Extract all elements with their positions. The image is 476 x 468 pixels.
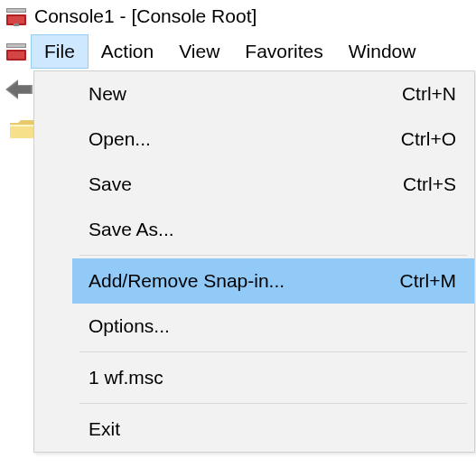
menu-saveas[interactable]: Save As... [72, 207, 474, 252]
menu-exit-label: Exit [89, 418, 120, 440]
folder-icon[interactable] [9, 119, 34, 139]
menu-action[interactable]: Action [89, 35, 166, 68]
menu-separator [79, 255, 467, 256]
menu-new-shortcut: Ctrl+N [402, 83, 456, 105]
menu-save-label: Save [89, 173, 132, 195]
svg-rect-3 [8, 16, 24, 23]
svg-marker-10 [7, 81, 31, 98]
file-menu-dropdown: New Ctrl+N Open... Ctrl+O Save Ctrl+S Sa… [33, 70, 475, 453]
menu-separator [79, 351, 467, 352]
menu-new[interactable]: New Ctrl+N [72, 71, 474, 117]
menu-snapin-shortcut: Ctrl+M [400, 270, 456, 292]
menu-recent-1[interactable]: 1 wf.msc [72, 355, 474, 400]
menu-save[interactable]: Save Ctrl+S [72, 162, 474, 207]
menu-open-label: Open... [89, 128, 151, 150]
back-arrow-icon[interactable] [5, 78, 33, 101]
window-title: Console1 - [Console Root] [34, 5, 257, 27]
svg-rect-6 [7, 44, 25, 47]
svg-rect-12 [10, 125, 33, 126]
menu-exit[interactable]: Exit [72, 407, 474, 452]
svg-rect-1 [7, 9, 25, 12]
menu-saveas-label: Save As... [89, 219, 174, 240]
svg-rect-11 [10, 125, 33, 138]
menu-options-label: Options... [89, 315, 170, 337]
menu-save-shortcut: Ctrl+S [403, 173, 456, 195]
menu-new-label: New [89, 83, 126, 105]
svg-rect-8 [8, 51, 24, 59]
menu-separator [79, 403, 467, 404]
menu-snapin[interactable]: Add/Remove Snap-in... Ctrl+M [72, 258, 474, 304]
menu-window[interactable]: Window [336, 35, 429, 68]
title-bar: Console1 - [Console Root] [0, 0, 476, 33]
menu-recent-1-label: 1 wf.msc [89, 367, 163, 388]
menu-favorites[interactable]: Favorites [232, 35, 335, 68]
menu-options[interactable]: Options... [72, 304, 474, 349]
menu-open-shortcut: Ctrl+O [401, 128, 456, 150]
menu-bar: File Action View Favorites Window [0, 33, 476, 70]
menu-file[interactable]: File [31, 34, 89, 69]
svg-rect-4 [14, 23, 19, 26]
menu-snapin-label: Add/Remove Snap-in... [89, 270, 285, 292]
menu-open[interactable]: Open... Ctrl+O [72, 117, 474, 162]
mmc-doc-icon [5, 41, 27, 62]
menu-view[interactable]: View [166, 35, 232, 68]
mmc-app-icon [5, 5, 27, 27]
